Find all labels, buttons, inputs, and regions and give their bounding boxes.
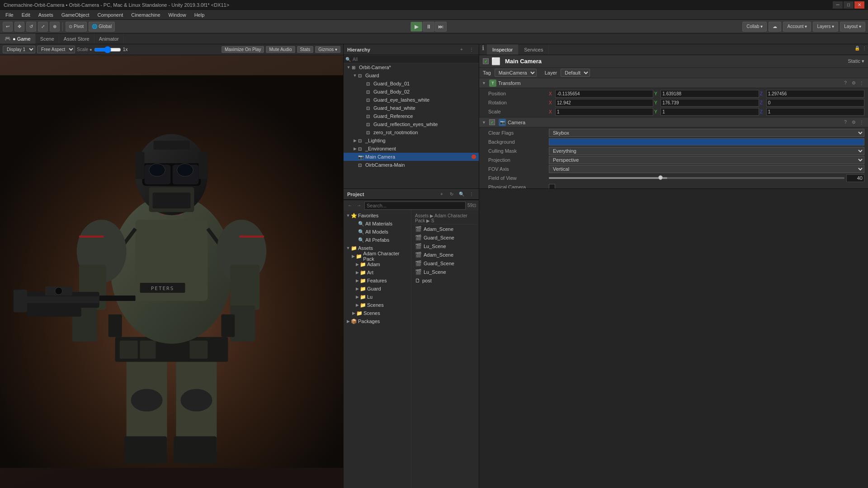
- hierarchy-item-environment[interactable]: ▶ ⊡ _Environment: [344, 145, 479, 153]
- proj-lu[interactable]: ▶ 📁 Lu: [344, 293, 411, 301]
- mute-audio-button[interactable]: Mute Audio: [266, 46, 295, 53]
- close-button[interactable]: ✕: [854, 1, 864, 9]
- tab-inspector[interactable]: Inspector: [487, 44, 519, 55]
- layout-button[interactable]: Layout ▾: [840, 22, 865, 32]
- hierarchy-item-guard-ref[interactable]: ⊡ Guard_Reference: [344, 112, 479, 120]
- scale-z-input[interactable]: [766, 108, 864, 116]
- fov-value-input[interactable]: [846, 174, 864, 182]
- collab-button[interactable]: Collab ▾: [742, 22, 767, 32]
- menu-cinemachine[interactable]: Cinemachine: [127, 11, 164, 19]
- file-lu-scene-2[interactable]: 🎬 Lu_Scene: [413, 268, 477, 276]
- transform-settings-button[interactable]: ⚙: [850, 80, 857, 87]
- maximize-button[interactable]: □: [844, 1, 854, 9]
- proj-features[interactable]: ▶ 📁 Features: [344, 277, 411, 285]
- move-tool[interactable]: ✥: [14, 22, 24, 32]
- hierarchy-item-main-camera[interactable]: 📷 Main Camera: [344, 153, 479, 161]
- tab-services[interactable]: Services: [519, 44, 549, 55]
- object-enabled-checkbox[interactable]: ✓: [483, 58, 489, 64]
- fov-slider[interactable]: [549, 177, 844, 179]
- stats-button[interactable]: Stats: [297, 46, 314, 53]
- camera-menu-button[interactable]: ⋮: [858, 119, 865, 126]
- aspect-select[interactable]: Free Aspect: [37, 46, 75, 53]
- tab-scene[interactable]: Scene: [36, 33, 59, 44]
- proj-all-models[interactable]: 🔍 All Models: [344, 228, 411, 236]
- file-post[interactable]: 🗋 post: [413, 277, 477, 285]
- rotate-tool[interactable]: ↺: [26, 22, 36, 32]
- hierarchy-add-button[interactable]: +: [458, 46, 465, 53]
- project-menu-button[interactable]: ⋮: [468, 191, 475, 198]
- culling-mask-select[interactable]: Everything: [549, 147, 864, 155]
- file-adam-scene-2[interactable]: 🎬 Adam_Scene: [413, 251, 477, 259]
- file-adam-scene-1[interactable]: 🎬 Adam_Scene: [413, 225, 477, 233]
- project-add-button[interactable]: +: [438, 191, 445, 198]
- proj-all-materials[interactable]: 🔍 All Materials: [344, 220, 411, 228]
- proj-scenes[interactable]: ▶ 📁 Scenes: [344, 301, 411, 309]
- proj-forward-btn[interactable]: →: [355, 202, 363, 209]
- rot-y-input[interactable]: [660, 99, 759, 107]
- hierarchy-item-guard-refl[interactable]: ⊡ Guard_reflection_eyes_white: [344, 120, 479, 128]
- proj-guard[interactable]: ▶ 📁 Guard: [344, 285, 411, 293]
- project-search-input[interactable]: [364, 202, 466, 210]
- hierarchy-item-guard[interactable]: ▼ ⊡ Guard: [344, 71, 479, 80]
- display-select[interactable]: Display 1: [3, 46, 35, 53]
- menu-help[interactable]: Help: [191, 11, 208, 19]
- tab-game[interactable]: 🎮 ● Game: [0, 33, 36, 44]
- fov-axis-select[interactable]: Vertical: [549, 165, 864, 173]
- transform-info-button[interactable]: ?: [842, 80, 849, 87]
- file-guard-scene-2[interactable]: 🎬 Guard_Scene: [413, 259, 477, 267]
- undo-button[interactable]: ↩: [3, 22, 13, 32]
- hierarchy-item-guard-body-02[interactable]: ⊡ Guard_Body_02: [344, 88, 479, 96]
- account-button[interactable]: Account ▾: [783, 22, 811, 32]
- transform-menu-button[interactable]: ⋮: [858, 80, 865, 87]
- minimize-button[interactable]: ─: [833, 1, 843, 9]
- camera-settings-button[interactable]: ⚙: [850, 119, 857, 126]
- hierarchy-search-input[interactable]: [353, 57, 477, 62]
- menu-window[interactable]: Window: [165, 11, 190, 19]
- proj-adam-char-pack[interactable]: ▶ 📁 Adam Character Pack: [344, 252, 411, 260]
- proj-packages[interactable]: ▶ 📦 Packages: [344, 317, 411, 325]
- rect-tool[interactable]: ⊕: [50, 22, 60, 32]
- pos-x-input[interactable]: [555, 90, 653, 98]
- camera-header[interactable]: ▼ ✓ 📷 Camera ? ⚙ ⋮: [479, 117, 868, 127]
- background-color-picker[interactable]: [549, 138, 864, 145]
- menu-assets[interactable]: Assets: [35, 11, 57, 19]
- physical-camera-checkbox[interactable]: [549, 184, 555, 188]
- maximize-on-play-button[interactable]: Maximize On Play: [222, 46, 264, 53]
- hierarchy-item-guard-body-01[interactable]: ⊡ Guard_Body_01: [344, 80, 479, 88]
- hierarchy-item-lighting[interactable]: ▶ ⊡ _Lighting: [344, 136, 479, 145]
- project-search-button[interactable]: 🔍: [458, 191, 465, 198]
- pause-button[interactable]: ⏸: [423, 22, 434, 32]
- tab-asset-store[interactable]: Asset Store: [59, 33, 94, 44]
- proj-favorites-header[interactable]: ▼ ⭐ Favorites: [344, 211, 411, 220]
- project-refresh-button[interactable]: ↻: [448, 191, 455, 198]
- proj-scenes-root[interactable]: ▶ 📁 Scenes: [344, 309, 411, 317]
- pos-z-input[interactable]: [766, 90, 864, 98]
- proj-all-prefabs[interactable]: 🔍 All Prefabs: [344, 236, 411, 244]
- menu-edit[interactable]: Edit: [18, 11, 34, 19]
- hierarchy-menu-button[interactable]: ⋮: [468, 46, 475, 53]
- inspector-lock-button[interactable]: 🔒: [854, 44, 861, 52]
- layers-button[interactable]: Layers ▾: [813, 22, 838, 32]
- rot-z-input[interactable]: [766, 99, 864, 107]
- hierarchy-item-zero-rot[interactable]: ⊡ zero_rot_rootmotion: [344, 128, 479, 136]
- proj-art[interactable]: ▶ 📁 Art: [344, 268, 411, 277]
- play-button[interactable]: ▶: [410, 22, 422, 32]
- inspector-menu-button[interactable]: ⋮: [861, 44, 868, 52]
- scale-y-input[interactable]: [660, 108, 759, 116]
- hierarchy-item-guard-head[interactable]: ⊡ Guard_head_white: [344, 104, 479, 112]
- static-label[interactable]: Static ▾: [848, 58, 864, 64]
- pos-y-input[interactable]: [660, 90, 759, 98]
- hierarchy-item-guard-eye[interactable]: ⊡ Guard_eye_lashes_white: [344, 96, 479, 104]
- menu-component[interactable]: Component: [94, 11, 127, 19]
- scale-x-input[interactable]: [555, 108, 653, 116]
- tab-animator[interactable]: Animator: [94, 33, 124, 44]
- pivot-button[interactable]: ⊙ Pivot: [66, 22, 87, 32]
- clear-flags-select[interactable]: Skybox: [549, 129, 864, 137]
- step-button[interactable]: ⏭: [435, 22, 447, 32]
- camera-enabled-checkbox[interactable]: ✓: [489, 119, 495, 125]
- menu-gameobject[interactable]: GameObject: [58, 11, 93, 19]
- cloud-button[interactable]: ☁: [769, 22, 781, 32]
- gizmos-button[interactable]: Gizmos ▾: [315, 46, 340, 53]
- layer-dropdown[interactable]: Default: [561, 69, 590, 77]
- global-button[interactable]: 🌐 Global: [89, 22, 115, 32]
